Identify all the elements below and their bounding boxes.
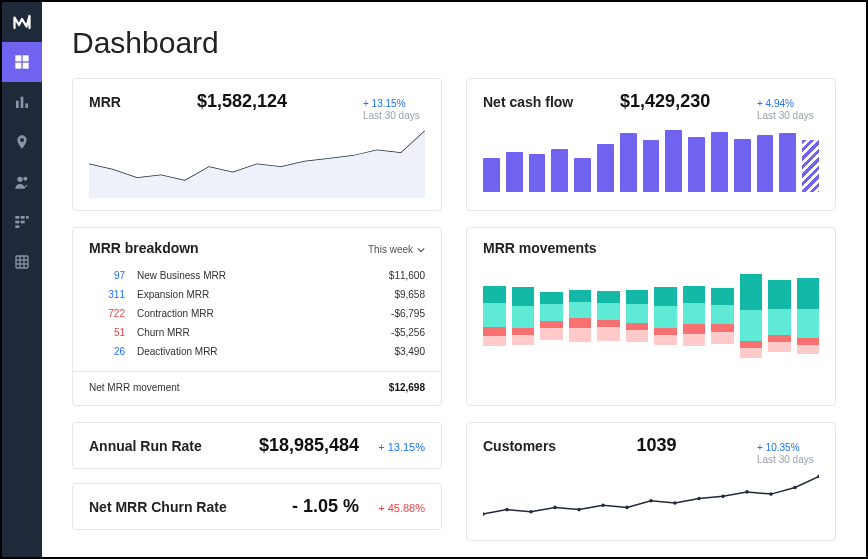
mrr-chart	[89, 128, 425, 198]
movements-segment	[626, 290, 649, 304]
movements-segment	[626, 323, 649, 330]
breakdown-period-select[interactable]: This week	[368, 244, 425, 255]
breakdown-row: 97New Business MRR$11,600	[89, 266, 425, 285]
movements-segment	[512, 306, 535, 328]
breakdown-label: Deactivation MRR	[125, 346, 365, 357]
movements-segment	[483, 336, 506, 346]
movements-segment	[740, 341, 763, 348]
movements-segment	[768, 335, 791, 342]
movements-column	[569, 290, 592, 343]
movements-segment	[740, 274, 763, 310]
movements-column	[797, 278, 820, 355]
movements-segment	[683, 334, 706, 346]
ncf-pct: + 4.94%	[757, 98, 819, 110]
svg-point-24	[553, 506, 556, 510]
movements-segment	[512, 287, 535, 306]
breakdown-value: $3,490	[365, 346, 425, 357]
movements-segment	[711, 332, 734, 344]
arr-value: $18,985,484	[218, 435, 359, 456]
ncf-bar	[734, 139, 751, 192]
movements-column	[626, 290, 649, 343]
movements-title: MRR movements	[483, 240, 597, 256]
movements-segment	[654, 287, 677, 306]
movements-chart	[483, 256, 819, 366]
movements-segment	[569, 290, 592, 302]
nav-data[interactable]	[2, 242, 42, 282]
movements-segment	[768, 280, 791, 309]
svg-rect-9	[15, 216, 19, 219]
breakdown-label: New Business MRR	[125, 270, 365, 281]
ncf-bar	[574, 158, 591, 192]
card-churn[interactable]: Net MRR Churn Rate - 1.05 % + 45.88%	[72, 483, 442, 530]
movements-segment	[711, 288, 734, 305]
breakdown-row: 51Churn MRR-$5,256	[89, 323, 425, 342]
ncf-bar	[597, 144, 614, 192]
arr-title: Annual Run Rate	[89, 438, 202, 454]
movements-segment	[768, 342, 791, 352]
svg-point-29	[673, 501, 676, 505]
nav-customers[interactable]	[2, 162, 42, 202]
svg-marker-20	[89, 131, 425, 198]
movements-segment	[540, 304, 563, 321]
breakdown-net-value: $12,698	[389, 382, 425, 393]
breakdown-count: 311	[89, 289, 125, 300]
breakdown-label: Expansion MRR	[125, 289, 365, 300]
svg-rect-6	[25, 103, 28, 108]
card-customers[interactable]: Customers 1039 + 10.35% Last 30 days	[466, 422, 836, 541]
ncf-bar	[551, 149, 568, 192]
svg-point-26	[601, 503, 604, 507]
ncf-title: Net cash flow	[483, 94, 573, 110]
breakdown-count: 97	[89, 270, 125, 281]
breakdown-count: 26	[89, 346, 125, 357]
movements-segment	[483, 327, 506, 337]
nav-location[interactable]	[2, 122, 42, 162]
movements-segment	[569, 318, 592, 328]
svg-point-21	[483, 512, 485, 516]
arr-pct: + 13.15%	[375, 441, 425, 453]
svg-rect-12	[15, 221, 19, 224]
svg-point-8	[23, 177, 27, 181]
churn-value: - 1.05 %	[243, 496, 359, 517]
movements-segment	[797, 345, 820, 355]
card-ncf[interactable]: Net cash flow $1,429,230 + 4.94% Last 30…	[466, 78, 836, 211]
card-mrr[interactable]: MRR $1,582,124 + 13.15% Last 30 days	[72, 78, 442, 211]
ncf-bar	[483, 158, 500, 192]
movements-segment	[483, 286, 506, 303]
nav-dashboard[interactable]	[2, 42, 42, 82]
svg-point-7	[17, 177, 22, 182]
svg-point-23	[529, 510, 532, 514]
nav-charts[interactable]	[2, 82, 42, 122]
movements-segment	[512, 328, 535, 335]
svg-point-22	[505, 508, 508, 512]
customers-sub: Last 30 days	[757, 454, 819, 466]
movements-segment	[711, 305, 734, 324]
page-title: Dashboard	[72, 26, 836, 60]
svg-point-31	[721, 495, 724, 499]
ncf-bar	[506, 152, 523, 192]
ncf-sub: Last 30 days	[757, 110, 819, 122]
movements-segment	[483, 303, 506, 327]
movements-column	[654, 287, 677, 345]
customers-pct: + 10.35%	[757, 442, 819, 454]
card-breakdown[interactable]: MRR breakdown This week 97New Business M…	[72, 227, 442, 406]
logo-icon[interactable]	[2, 2, 42, 42]
movements-column	[512, 287, 535, 345]
ncf-value: $1,429,230	[620, 91, 710, 112]
svg-rect-15	[16, 256, 28, 268]
svg-point-34	[793, 486, 796, 490]
nav-cohorts[interactable]	[2, 202, 42, 242]
ncf-bar	[802, 140, 819, 192]
svg-point-25	[577, 508, 580, 512]
movements-segment	[683, 286, 706, 303]
ncf-bar	[529, 154, 546, 192]
breakdown-net-label: Net MRR movement	[89, 382, 389, 393]
movements-segment	[654, 328, 677, 335]
breakdown-title: MRR breakdown	[89, 240, 199, 256]
movements-segment	[597, 303, 620, 320]
card-movements[interactable]: MRR movements	[466, 227, 836, 406]
breakdown-row: 722Contraction MRR-$6,795	[89, 304, 425, 323]
breakdown-label: Churn MRR	[125, 327, 365, 338]
card-arr[interactable]: Annual Run Rate $18,985,484 + 13.15%	[72, 422, 442, 469]
movements-segment	[626, 330, 649, 342]
breakdown-value: -$6,795	[365, 308, 425, 319]
